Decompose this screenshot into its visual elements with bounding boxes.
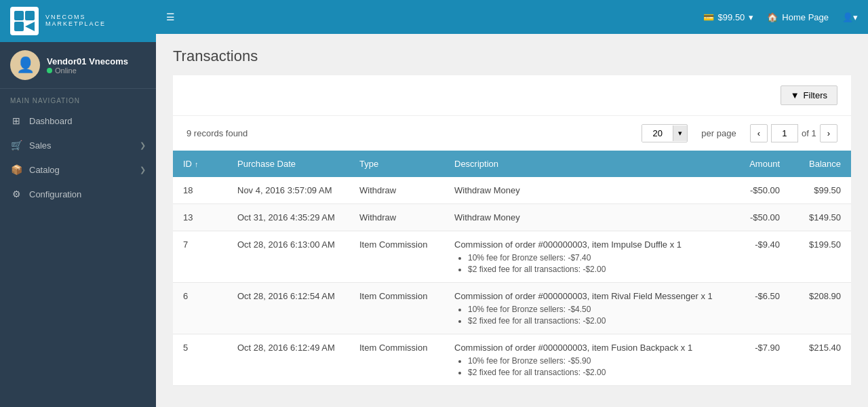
table-row: 6 Oct 28, 2016 6:12:54 AM Item Commissio… xyxy=(173,283,851,334)
cell-balance: $215.40 xyxy=(790,334,851,386)
cell-description: Commission of order #000000003, item Fus… xyxy=(444,334,729,386)
per-page-label: per page xyxy=(701,128,736,138)
toolbar-panel: ▼ Filters xyxy=(173,75,851,115)
col-header-id[interactable]: ID ↑ xyxy=(173,151,227,177)
catalog-chevron-icon: ❯ xyxy=(140,166,146,174)
th-type-label: Type xyxy=(359,159,378,169)
bullet-item: $2 fixed fee for all transactions: -$2.0… xyxy=(468,265,719,274)
cell-date: Oct 28, 2016 6:12:49 AM xyxy=(227,334,349,386)
cell-type: Item Commission xyxy=(349,231,444,283)
homepage-button[interactable]: 🏠 Home Page xyxy=(767,12,829,22)
user-info: Vendor01 Vnecoms Online xyxy=(47,56,146,75)
hamburger-button[interactable]: ☰ xyxy=(166,12,175,22)
filter-label: Filters xyxy=(804,90,827,100)
sort-icon: ↑ xyxy=(195,160,199,168)
sidebar-item-catalog[interactable]: 📦 Catalog ❯ xyxy=(0,157,156,182)
sales-icon: 🛒 xyxy=(10,140,22,151)
th-balance-label: Balance xyxy=(809,159,841,169)
cell-description: Withdraw Money xyxy=(444,204,729,231)
per-page-select[interactable]: 20 ▾ xyxy=(642,124,688,142)
config-label: Configuration xyxy=(29,189,81,199)
page-number-input[interactable] xyxy=(771,124,798,142)
user-status-label: Online xyxy=(55,66,77,75)
description-text: Commission of order #000000003, item Riv… xyxy=(454,291,713,301)
brand-sub-text: MARKETPLACE xyxy=(45,21,106,28)
avatar: 👤 xyxy=(10,50,40,80)
table-row: 18 Nov 4, 2016 3:57:09 AM Withdraw Withd… xyxy=(173,177,851,204)
next-page-button[interactable]: › xyxy=(820,124,837,142)
sidebar: VNECOMS MARKETPLACE 👤 Vendor01 Vnecoms O… xyxy=(0,0,156,407)
description-text: Withdraw Money xyxy=(454,212,520,222)
cell-id: 6 xyxy=(173,283,227,334)
cell-date: Oct 28, 2016 6:13:00 AM xyxy=(227,231,349,283)
cell-description: Commission of order #000000003, item Riv… xyxy=(444,283,729,334)
cell-balance: $99.50 xyxy=(790,177,851,204)
per-page-chevron-icon[interactable]: ▾ xyxy=(673,125,687,141)
user-menu-button[interactable]: 👤▾ xyxy=(842,12,858,22)
cell-amount: -$9.40 xyxy=(729,231,790,283)
bullet-item: $2 fixed fee for all transactions: -$2.0… xyxy=(468,368,719,377)
cell-id: 7 xyxy=(173,231,227,283)
bullet-item: 10% fee for Bronze sellers: -$4.50 xyxy=(468,305,719,314)
cell-id: 18 xyxy=(173,177,227,204)
balance-chevron-icon: ▾ xyxy=(749,12,753,22)
cell-balance: $208.90 xyxy=(790,283,851,334)
sidebar-item-configuration[interactable]: ⚙ Configuration xyxy=(0,182,156,206)
catalog-icon: 📦 xyxy=(10,164,22,175)
svg-rect-2 xyxy=(14,22,24,31)
status-dot xyxy=(47,68,52,73)
bullet-item: $2 fixed fee for all transactions: -$2.0… xyxy=(468,316,719,326)
cell-type: Withdraw xyxy=(349,204,444,231)
hamburger-icon: ☰ xyxy=(166,12,175,22)
balance-button[interactable]: 💳 $99.50 ▾ xyxy=(703,12,754,22)
cell-id: 13 xyxy=(173,204,227,231)
records-bar: 9 records found 20 ▾ per page ‹ of 1 › xyxy=(173,115,851,151)
col-header-amount[interactable]: Amount xyxy=(729,151,790,177)
sidebar-item-dashboard[interactable]: ⊞ Dashboard xyxy=(0,109,156,133)
cell-amount: -$50.00 xyxy=(729,204,790,231)
svg-rect-0 xyxy=(14,11,24,20)
page-of-label: of 1 xyxy=(802,128,816,138)
description-text: Withdraw Money xyxy=(454,185,520,195)
cell-type: Item Commission xyxy=(349,283,444,334)
homepage-label: Home Page xyxy=(782,12,829,22)
cell-date: Nov 4, 2016 3:57:09 AM xyxy=(227,177,349,204)
filters-button[interactable]: ▼ Filters xyxy=(781,85,837,105)
nav-section-label: MAIN NAVIGATION xyxy=(0,89,156,109)
per-page-value: 20 xyxy=(642,125,673,142)
th-desc-label: Description xyxy=(454,159,498,169)
sidebar-item-sales[interactable]: 🛒 Sales ❯ xyxy=(0,133,156,157)
svg-rect-1 xyxy=(25,11,35,20)
description-text: Commission of order #000000003, item Imp… xyxy=(454,239,682,250)
balance-value: $99.50 xyxy=(718,12,745,22)
table-row: 5 Oct 28, 2016 6:12:49 AM Item Commissio… xyxy=(173,334,851,386)
col-header-type[interactable]: Type xyxy=(349,151,444,177)
description-text: Commission of order #000000003, item Fus… xyxy=(454,343,692,353)
page-title: Transactions xyxy=(173,47,851,65)
col-header-purchase-date[interactable]: Purchase Date xyxy=(227,151,349,177)
col-header-balance[interactable]: Balance xyxy=(790,151,851,177)
sales-chevron-icon: ❯ xyxy=(140,141,146,150)
cell-balance: $149.50 xyxy=(790,204,851,231)
cell-description: Commission of order #000000003, item Imp… xyxy=(444,231,729,283)
bullet-item: 10% fee for Bronze sellers: -$7.40 xyxy=(468,253,719,263)
th-id-label: ID xyxy=(183,159,192,169)
cell-amount: -$6.50 xyxy=(729,283,790,334)
user-menu-icon: 👤▾ xyxy=(842,12,858,22)
cell-date: Oct 28, 2016 6:12:54 AM xyxy=(227,283,349,334)
page-nav: ‹ of 1 › xyxy=(750,124,837,142)
brand-name: VNECOMS MARKETPLACE xyxy=(45,14,106,28)
cell-amount: -$50.00 xyxy=(729,177,790,204)
table-row: 13 Oct 31, 2016 4:35:29 AM Withdraw With… xyxy=(173,204,851,231)
dashboard-label: Dashboard xyxy=(29,116,73,126)
topbar: ☰ 💳 $99.50 ▾ 🏠 Home Page 👤▾ xyxy=(156,0,868,34)
table-row: 7 Oct 28, 2016 6:13:00 AM Item Commissio… xyxy=(173,231,851,283)
col-header-description[interactable]: Description xyxy=(444,151,729,177)
svg-marker-3 xyxy=(25,22,35,31)
user-status: Online xyxy=(47,66,146,75)
cell-date: Oct 31, 2016 4:35:29 AM xyxy=(227,204,349,231)
sales-label: Sales xyxy=(29,140,52,151)
cell-description: Withdraw Money xyxy=(444,177,729,204)
catalog-label: Catalog xyxy=(29,165,60,175)
prev-page-button[interactable]: ‹ xyxy=(750,124,768,142)
